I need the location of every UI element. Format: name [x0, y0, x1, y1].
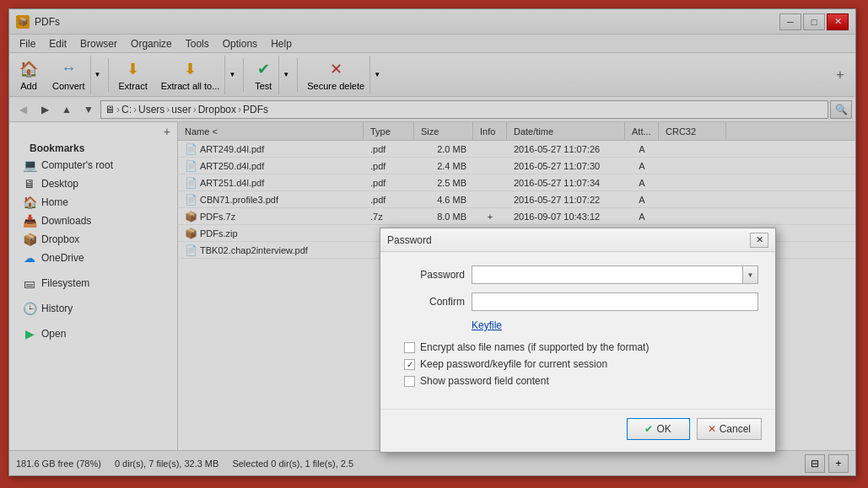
keep-password-label: Keep password/keyfile for current sessio…	[420, 358, 607, 370]
password-dropdown-button[interactable]: ▼	[743, 265, 758, 284]
confirm-row: Confirm	[397, 292, 758, 311]
confirm-label: Confirm	[397, 296, 465, 308]
dialog-title-bar: Password ✕	[380, 228, 775, 252]
cancel-x-icon: ✕	[708, 423, 716, 435]
ok-button[interactable]: ✔ OK	[627, 418, 690, 440]
confirm-input-wrapper	[472, 292, 758, 311]
password-input[interactable]	[472, 265, 743, 284]
password-row: Password ▼	[397, 265, 758, 284]
encrypt-names-row: Encrypt also file names (if supported by…	[397, 341, 758, 353]
cancel-button[interactable]: ✕ Cancel	[697, 418, 762, 440]
cancel-label: Cancel	[720, 423, 751, 435]
keep-password-checkbox[interactable]	[404, 359, 415, 370]
dialog-title: Password	[387, 234, 750, 246]
password-input-wrapper: ▼	[472, 265, 758, 284]
ok-checkmark-icon: ✔	[644, 423, 653, 435]
show-content-label: Show password field content	[420, 375, 549, 387]
show-content-checkbox[interactable]	[404, 376, 415, 387]
encrypt-names-checkbox[interactable]	[404, 342, 415, 353]
confirm-input[interactable]	[472, 292, 758, 311]
dialog-body: Password ▼ Confirm Keyfile Encryp	[380, 252, 775, 405]
keyfile-link[interactable]: Keyfile	[472, 319, 502, 331]
password-label: Password	[397, 269, 465, 281]
dialog-close-button[interactable]: ✕	[750, 233, 768, 248]
dialog-footer: ✔ OK ✕ Cancel	[380, 409, 775, 452]
keyfile-link-row: Keyfile	[472, 319, 758, 331]
dialog-overlay: Password ✕ Password ▼ Confirm	[0, 0, 868, 488]
ok-label: OK	[656, 423, 671, 435]
password-dialog: Password ✕ Password ▼ Confirm	[380, 228, 776, 453]
keep-password-row: Keep password/keyfile for current sessio…	[397, 358, 758, 370]
show-content-row: Show password field content	[397, 375, 758, 387]
encrypt-names-label: Encrypt also file names (if supported by…	[420, 341, 649, 353]
